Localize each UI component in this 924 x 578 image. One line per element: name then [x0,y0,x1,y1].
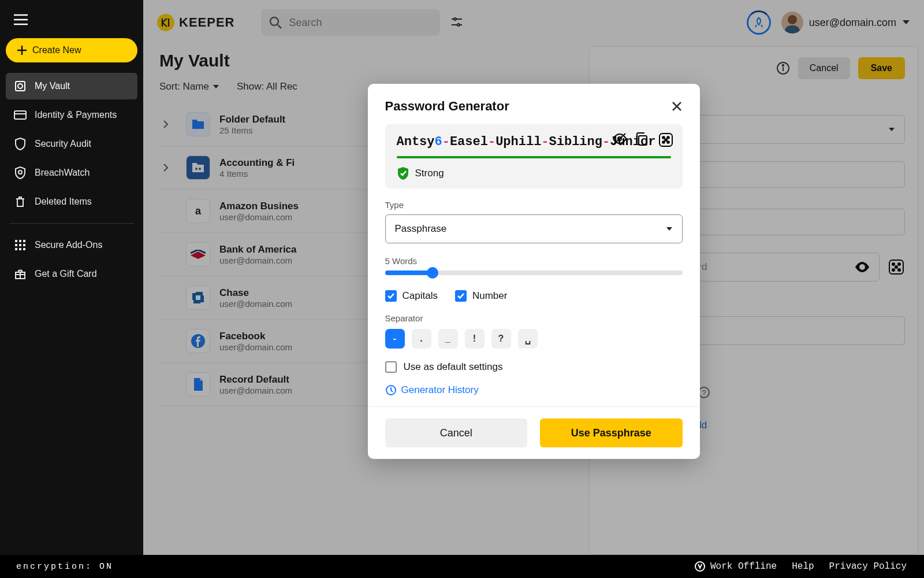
use-passphrase-button[interactable]: Use Passphrase [540,418,683,447]
svg-rect-5 [16,81,25,91]
strength-bar [397,156,671,158]
sidebar-item-identity-payments[interactable]: Identity & Payments [6,102,137,128]
strength-indicator: Strong [397,166,671,180]
sidebar-item-breachwatch[interactable]: BreachWatch [6,160,137,186]
sidebar-item-label: Security Audit [35,139,91,149]
separator-underscore[interactable]: _ [438,329,458,349]
eye-off-icon[interactable] [612,132,627,147]
history-icon [385,384,397,396]
breachwatch-icon [14,166,27,179]
svg-point-6 [18,84,23,88]
checkbox-unchecked-icon [385,361,397,373]
number-label: Number [472,290,507,302]
words-label: 5 Words [385,256,683,266]
svg-rect-14 [19,244,21,246]
default-settings-checkbox[interactable]: Use as default settings [385,361,683,373]
menu-icon[interactable] [10,9,31,30]
svg-rect-11 [19,240,21,242]
privacy-link[interactable]: Privacy Policy [829,561,907,572]
sidebar: Create New My Vault Identity & Payments … [0,0,143,555]
modal-cancel-button[interactable]: Cancel [385,418,528,447]
shield-check-icon [397,166,409,180]
sidebar-item-deleted[interactable]: Deleted Items [6,188,137,215]
vault-icon [14,80,27,92]
chevron-down-icon [666,227,673,231]
separator-question[interactable]: ? [491,329,511,349]
separator-bang[interactable]: ! [465,329,485,349]
shield-icon [14,138,27,150]
separator-label: Separator [385,313,683,323]
svg-point-68 [695,562,705,571]
status-bar: encryption: ON Work Offline Help Privacy… [0,555,924,578]
svg-rect-60 [639,136,647,145]
modal-title: Password Generator [385,99,509,114]
strength-label: Strong [415,168,444,179]
number-checkbox[interactable]: Number [455,290,507,302]
modal-overlay: Password Generator [143,0,924,555]
dice-icon[interactable] [658,132,673,147]
sidebar-item-label: BreachWatch [35,168,90,178]
gift-icon [14,268,27,280]
generator-history-label: Generator History [401,384,479,396]
offline-icon [694,561,706,572]
trash-icon [14,195,27,208]
sidebar-item-security-audit[interactable]: Security Audit [6,131,137,157]
svg-point-63 [667,136,669,139]
content-area: KEEPER user@domain.com [143,0,924,555]
slider-thumb[interactable] [427,267,438,279]
svg-rect-10 [15,240,17,242]
generator-history-link[interactable]: Generator History [385,384,683,396]
svg-rect-15 [23,244,25,246]
generated-password-display: Antsy6-Easel-Uphill-Sibling-Junior Stron… [385,124,683,188]
plus-icon [17,46,27,55]
svg-rect-12 [23,240,25,242]
svg-point-65 [662,141,665,143]
sidebar-item-my-vault[interactable]: My Vault [6,73,137,99]
create-new-button[interactable]: Create New [6,38,137,62]
sidebar-item-label: Get a Gift Card [35,269,97,279]
grid-icon [14,239,27,251]
generator-type-value: Passphrase [395,223,447,235]
sidebar-item-label: Identity & Payments [35,110,117,120]
checkbox-checked-icon [385,290,397,302]
svg-point-64 [665,139,667,141]
type-label: Type [385,200,683,210]
card-icon [14,109,27,121]
copy-icon[interactable] [635,132,650,147]
separator-dot[interactable]: . [412,329,431,349]
svg-point-62 [662,136,665,139]
generator-type-select[interactable]: Passphrase [385,214,683,243]
create-new-label: Create New [32,45,81,55]
svg-rect-17 [19,248,21,250]
separator-options: - . _ ! ? ␣ [385,329,683,349]
svg-rect-16 [15,248,17,250]
sidebar-divider [9,223,134,224]
sidebar-item-label: My Vault [35,81,70,91]
capitals-label: Capitals [403,290,438,302]
separator-space[interactable]: ␣ [518,329,538,349]
password-generator-modal: Password Generator [368,84,700,459]
sidebar-item-secure-addons[interactable]: Secure Add-Ons [6,232,137,258]
help-link[interactable]: Help [792,561,814,572]
svg-rect-13 [15,244,17,246]
separator-dash[interactable]: - [385,329,405,349]
svg-point-66 [667,141,669,143]
svg-rect-18 [23,248,25,250]
encryption-status: encryption: ON [16,562,113,572]
default-settings-label: Use as default settings [404,361,503,373]
work-offline-label: Work Offline [710,561,777,572]
svg-point-9 [18,171,22,174]
work-offline-toggle[interactable]: Work Offline [694,561,777,572]
sidebar-item-label: Deleted Items [35,197,92,207]
close-icon[interactable] [671,101,683,112]
words-slider[interactable] [385,271,683,275]
checkbox-checked-icon [455,290,467,302]
sidebar-item-label: Secure Add-Ons [35,240,102,250]
capitals-checkbox[interactable]: Capitals [385,290,438,302]
svg-rect-7 [14,111,26,119]
sidebar-item-gift-card[interactable]: Get a Gift Card [6,261,137,287]
